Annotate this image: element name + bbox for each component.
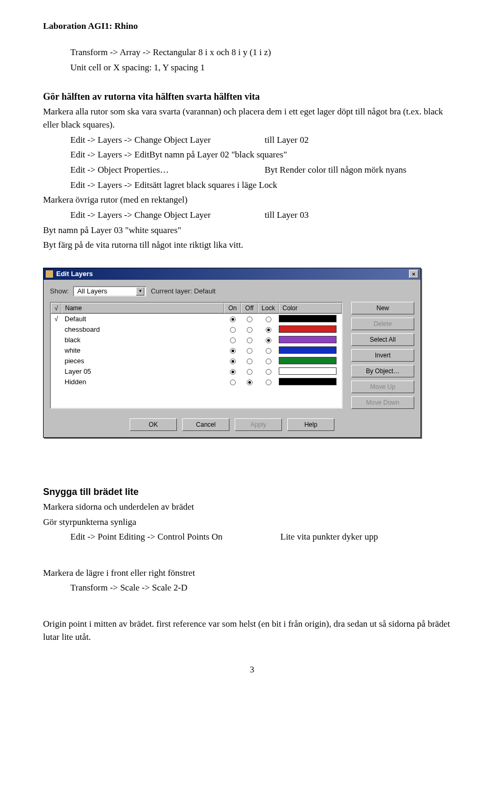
radio-off[interactable] — [241, 325, 258, 333]
layer-name: Default — [61, 315, 224, 323]
table-row[interactable]: Hidden — [51, 377, 342, 387]
col-current[interactable]: √ — [51, 303, 61, 313]
radio-on[interactable] — [224, 378, 241, 386]
page-header: Laboration AGI1: Rhino — [43, 21, 461, 31]
cancel-button[interactable]: Cancel — [182, 418, 229, 431]
col-off[interactable]: Off — [241, 303, 258, 313]
body-text: Edit -> Layers -> Change Object Layer — [70, 209, 265, 222]
radio-lock[interactable] — [258, 357, 279, 365]
dialog-title: Edit Layers — [56, 270, 409, 278]
table-row[interactable]: black — [51, 335, 342, 345]
color-swatch[interactable] — [279, 366, 342, 376]
color-swatch[interactable] — [279, 314, 342, 324]
body-text: Markera alla rutor som ska vara svarta (… — [43, 106, 461, 131]
radio-lock[interactable] — [258, 378, 279, 386]
body-text: Origin point i mitten av brädet. first r… — [43, 618, 461, 644]
body-text: Edit -> Point Editing -> Control Points … — [70, 531, 280, 544]
table-row[interactable]: √Default — [51, 314, 342, 324]
show-dropdown[interactable]: All Layers ▼ — [73, 286, 146, 297]
color-swatch[interactable] — [279, 345, 342, 355]
chevron-down-icon: ▼ — [136, 287, 144, 296]
color-swatch[interactable] — [279, 335, 342, 345]
layer-name: black — [61, 336, 224, 344]
body-text: Edit -> Object Properties… — [70, 164, 265, 177]
show-value: All Layers — [77, 287, 107, 295]
select-all-button[interactable]: Select All — [351, 333, 414, 346]
radio-lock[interactable] — [258, 367, 279, 375]
color-swatch[interactable] — [279, 377, 342, 387]
table-header: √ Name On Off Lock Color — [51, 303, 342, 314]
body-text: Markera sidorna och underdelen av brädet — [43, 501, 461, 514]
radio-off[interactable] — [241, 315, 258, 323]
layer-name: Hidden — [61, 378, 224, 386]
radio-on[interactable] — [224, 315, 241, 323]
move-down-button[interactable]: Move Down — [351, 396, 414, 409]
apply-button[interactable]: Apply — [235, 418, 282, 431]
body-text: Byt färg på de vita rutorna till något i… — [43, 239, 461, 252]
color-swatch[interactable] — [279, 356, 342, 366]
body-text: Markera de lägre i front eller right fön… — [43, 567, 461, 580]
move-up-button[interactable]: Move Up — [351, 381, 414, 393]
radio-off[interactable] — [241, 346, 258, 354]
radio-on[interactable] — [224, 325, 241, 333]
radio-lock[interactable] — [258, 346, 279, 354]
edit-layers-dialog: Edit Layers × Show: All Layers ▼ Current… — [43, 268, 421, 438]
show-label: Show: — [50, 287, 69, 295]
body-text: Byt namn på Layer 03 "white squares" — [43, 224, 461, 237]
layer-name: chessboard — [61, 325, 224, 333]
by-object--button[interactable]: By Object… — [351, 365, 414, 377]
radio-on[interactable] — [224, 346, 241, 354]
body-text: Transform -> Scale -> Scale 2-D — [70, 582, 461, 595]
radio-off[interactable] — [241, 357, 258, 365]
radio-off[interactable] — [241, 336, 258, 344]
body-text: Edit -> Layers -> EditByt namn på Layer … — [70, 149, 461, 162]
radio-lock[interactable] — [258, 325, 279, 333]
radio-on[interactable] — [224, 336, 241, 344]
invert-button[interactable]: Invert — [351, 349, 414, 362]
radio-lock[interactable] — [258, 315, 279, 323]
dialog-titlebar: Edit Layers × — [44, 268, 421, 280]
current-layer-label: Current layer: Default — [151, 287, 216, 295]
col-on[interactable]: On — [224, 303, 241, 313]
layer-name: white — [61, 346, 224, 354]
body-text: Transform -> Array -> Rectangular 8 i x … — [70, 46, 461, 59]
color-swatch[interactable] — [279, 324, 342, 334]
body-text: till Layer 03 — [265, 209, 461, 222]
body-text: Markera övriga rutor (med en rektangel) — [43, 194, 461, 207]
body-text: Gör styrpunkterna synliga — [43, 516, 461, 529]
col-name[interactable]: Name — [61, 303, 224, 313]
page-number: 3 — [43, 665, 461, 675]
col-lock[interactable]: Lock — [258, 303, 279, 313]
table-row[interactable]: pieces — [51, 356, 342, 366]
body-text: Byt Render color till någon mörk nyans — [265, 164, 461, 177]
table-row[interactable]: chessboard — [51, 324, 342, 335]
table-row[interactable]: Layer 05 — [51, 366, 342, 377]
close-button[interactable]: × — [409, 270, 418, 278]
body-text: Unit cell or X spacing: 1, Y spacing 1 — [70, 61, 461, 75]
section-heading: Gör hälften av rutorna vita hälften svar… — [43, 90, 461, 103]
ok-button[interactable]: OK — [130, 418, 177, 431]
dialog-icon — [46, 270, 53, 278]
body-text: till Layer 02 — [265, 134, 461, 147]
table-row[interactable]: white — [51, 345, 342, 356]
radio-off[interactable] — [241, 378, 258, 386]
delete-button[interactable]: Delete — [351, 318, 414, 330]
body-text: Lite vita punkter dyker upp — [280, 531, 461, 544]
layer-name: Layer 05 — [61, 367, 224, 375]
new-button[interactable]: New — [351, 302, 414, 314]
current-mark: √ — [51, 315, 61, 323]
body-text: Edit -> Layers -> Change Object Layer — [70, 134, 265, 147]
radio-off[interactable] — [241, 367, 258, 375]
help-button[interactable]: Help — [287, 418, 334, 431]
col-color[interactable]: Color — [279, 303, 342, 313]
layer-name: pieces — [61, 357, 224, 365]
radio-on[interactable] — [224, 357, 241, 365]
body-text: Edit -> Layers -> Editsätt lagret black … — [70, 179, 461, 192]
radio-on[interactable] — [224, 367, 241, 375]
layers-table: √ Name On Off Lock Color √Defaultchessbo… — [50, 302, 343, 409]
section-heading: Snygga till brädet lite — [43, 485, 461, 499]
radio-lock[interactable] — [258, 336, 279, 344]
